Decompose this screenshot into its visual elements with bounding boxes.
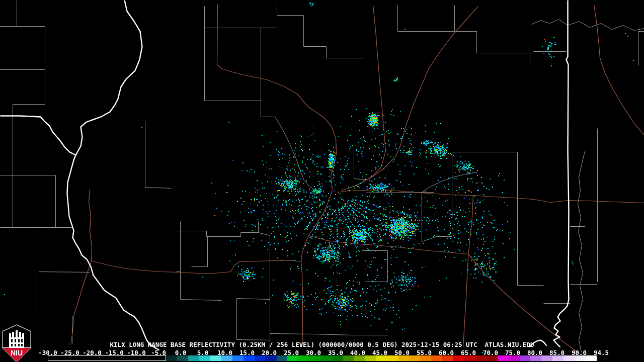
- colorbar-segment: [552, 355, 564, 361]
- colorbar-segment: [453, 355, 464, 361]
- colorbar-segment: [199, 355, 210, 361]
- colorbar-segment: [298, 355, 309, 361]
- colorbar-segment: [332, 355, 343, 361]
- colorbar-segment: [475, 355, 487, 361]
- colorbar-segment: [509, 355, 520, 361]
- colorbar-empty-segment: [48, 355, 166, 361]
- radar-viewer: KILX LONG RANGE BASE REFLECTIVITY (0.25K…: [0, 0, 644, 362]
- colorbar-segment: [409, 355, 420, 361]
- colorbar-segment: [266, 355, 277, 361]
- colorbar-segment: [287, 355, 298, 361]
- colorbar-segment: [320, 355, 332, 361]
- colorbar-segment: [575, 355, 586, 361]
- colorbar-segment: [166, 355, 177, 361]
- reflectivity-colorbar: [48, 355, 597, 361]
- colorbar-segment: [564, 355, 575, 361]
- colorbar-segment: [244, 355, 255, 361]
- colorbar-segment: [431, 355, 442, 361]
- colorbar-segment: [354, 355, 365, 361]
- colorbar-segment: [498, 355, 509, 361]
- colorbar-segment: [177, 355, 188, 361]
- colorbar-segment: [530, 355, 541, 361]
- colorbar-segment: [541, 355, 552, 361]
- colorbar-segment: [309, 355, 320, 361]
- colorbar-segment: [255, 355, 266, 361]
- radar-map-canvas: [0, 0, 644, 362]
- colorbar-color-segments: [166, 355, 597, 361]
- colorbar-segment: [464, 355, 475, 361]
- colorbar-segment: [487, 355, 498, 361]
- colorbar-segment: [232, 355, 244, 361]
- colorbar-segment: [343, 355, 354, 361]
- colorbar-segment: [376, 355, 387, 361]
- colorbar-segment: [398, 355, 409, 361]
- colorbar-segment: [210, 355, 221, 361]
- colorbar-segment: [221, 355, 232, 361]
- colorbar-segment: [520, 355, 531, 361]
- niu-logo: NIU: [2, 324, 31, 362]
- niu-logo-text: NIU: [11, 349, 23, 357]
- colorbar-segment: [188, 355, 199, 361]
- colorbar-segment: [420, 355, 431, 361]
- colorbar-tick-labels: -30.0-25.0-20.0-15.0-10.0-5.00.05.010.01…: [0, 349, 644, 355]
- colorbar-segment: [365, 355, 376, 361]
- colorbar-segment: [277, 355, 288, 361]
- colorbar-segment: [387, 355, 398, 361]
- product-caption: KILX LONG RANGE BASE REFLECTIVITY (0.25K…: [0, 341, 644, 348]
- colorbar-segment: [586, 355, 597, 361]
- colorbar-segment: [442, 355, 453, 361]
